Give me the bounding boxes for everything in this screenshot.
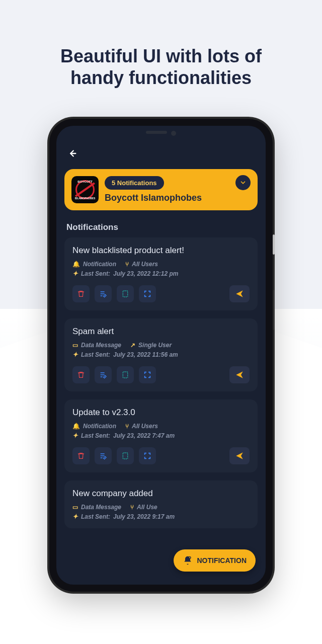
bell-icon: 🔔	[72, 261, 80, 268]
notification-type: 🔔 Notification	[72, 423, 116, 430]
edit-button[interactable]	[95, 447, 112, 464]
puzzle-icon: ✦	[72, 351, 78, 358]
target-icon: ⑂	[125, 423, 129, 430]
notification-type: ▭ Data Message	[72, 504, 121, 511]
expand-fullscreen-button[interactable]	[139, 285, 156, 302]
notification-title: New company added	[72, 489, 250, 499]
last-sent: ✦ Last Sent: July 23, 2022 9:17 am	[72, 513, 250, 520]
expand-fullscreen-button[interactable]	[139, 447, 156, 464]
section-title: Notifications	[56, 212, 266, 237]
notification-type: 🔔 Notification	[72, 261, 116, 268]
last-sent: ✦ Last Sent: July 23, 2022 7:47 am	[72, 432, 250, 439]
svg-rect-1	[123, 372, 127, 378]
notification-target: ⑂ All Use	[130, 504, 157, 511]
headline-line-2: handy functionalities	[70, 67, 252, 88]
message-icon: ▭	[72, 504, 78, 511]
delete-button[interactable]	[72, 285, 90, 302]
app-logo-icon: BOYCOTT ISLAMOPHOBES	[71, 176, 99, 203]
notification-title: New blacklisted product alert!	[72, 246, 250, 256]
bell-plus-icon	[183, 555, 193, 566]
front-camera	[171, 131, 176, 136]
page-headline: Beautiful UI with lots of handy function…	[60, 45, 262, 89]
speaker-grille	[146, 131, 167, 134]
notification-title: Spam alert	[72, 327, 250, 337]
copy-button[interactable]	[117, 366, 134, 383]
send-button[interactable]	[229, 285, 250, 302]
notification-title: Update to v2.3.0	[72, 408, 250, 418]
delete-button[interactable]	[72, 366, 90, 383]
copy-button[interactable]	[117, 447, 134, 464]
top-bar	[56, 136, 266, 167]
chevron-down-icon	[239, 179, 247, 186]
action-row	[72, 366, 250, 383]
puzzle-icon: ✦	[72, 432, 78, 439]
last-sent: ✦ Last Sent: July 23, 2022 12:12 pm	[72, 270, 250, 277]
notification-target: ⑂ All Users	[125, 261, 158, 268]
copy-button[interactable]	[117, 285, 134, 302]
headline-line-1: Beautiful UI with lots of	[60, 46, 262, 66]
message-icon: ▭	[72, 342, 78, 349]
delete-button[interactable]	[72, 447, 90, 464]
phone-frame: BOYCOTT ISLAMOPHOBES 5 Notifications Boy…	[49, 119, 273, 592]
app-header-card[interactable]: BOYCOTT ISLAMOPHOBES 5 Notifications Boy…	[64, 169, 258, 210]
send-button[interactable]	[229, 366, 250, 383]
app-logo-bottom-text: ISLAMOPHOBES	[75, 197, 96, 200]
app-title: Boycott Islamophobes	[105, 193, 251, 203]
action-row	[72, 447, 250, 464]
last-sent: ✦ Last Sent: July 23, 2022 11:56 am	[72, 351, 250, 358]
bell-icon: 🔔	[72, 423, 80, 430]
notification-card[interactable]: New company added ▭ Data Message ⑂ All U…	[64, 480, 258, 528]
notification-card[interactable]: Update to v2.3.0 🔔 Notification ⑂ All Us…	[64, 399, 258, 472]
notification-target: ⑂ All Users	[125, 423, 158, 430]
expand-fullscreen-button[interactable]	[139, 366, 156, 383]
notification-type: ▭ Data Message	[72, 342, 121, 349]
edit-button[interactable]	[95, 366, 112, 383]
action-row	[72, 285, 250, 302]
notification-card[interactable]: Spam alert ▭ Data Message ↗ Single User …	[64, 318, 258, 391]
single-user-icon: ↗	[130, 342, 135, 349]
notifications-count-badge: 5 Notifications	[105, 176, 164, 190]
svg-rect-0	[123, 291, 127, 297]
phone-side-button-bottom	[273, 290, 275, 330]
notification-card[interactable]: New blacklisted product alert! 🔔 Notific…	[64, 237, 258, 310]
puzzle-icon: ✦	[72, 513, 78, 520]
new-notification-fab[interactable]: NOTIFICATION	[174, 549, 256, 572]
puzzle-icon: ✦	[72, 270, 78, 277]
app-logo-top-text: BOYCOTT	[77, 180, 92, 183]
back-arrow-icon[interactable]	[66, 149, 77, 162]
phone-screen: BOYCOTT ISLAMOPHOBES 5 Notifications Boy…	[56, 126, 266, 585]
edit-button[interactable]	[95, 285, 112, 302]
phone-notch	[56, 126, 266, 136]
notification-target: ↗ Single User	[130, 342, 172, 349]
fab-label: NOTIFICATION	[197, 556, 247, 565]
phone-side-button-top	[273, 234, 275, 255]
target-icon: ⑂	[130, 504, 134, 511]
send-button[interactable]	[229, 447, 250, 464]
target-icon: ⑂	[125, 261, 129, 268]
svg-rect-2	[123, 453, 127, 459]
